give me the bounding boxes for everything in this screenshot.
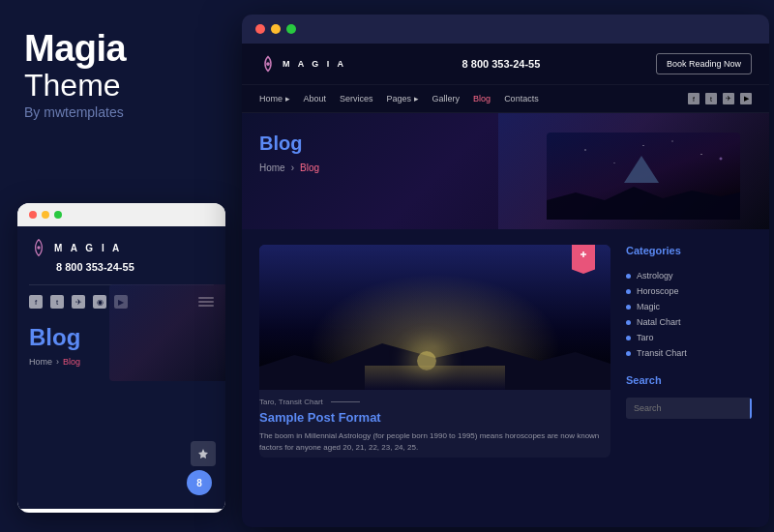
hero-breadcrumb-current: Blog <box>300 163 319 173</box>
category-label-natal: Natal Chart <box>637 317 681 327</box>
star-icon <box>197 448 209 459</box>
search-button[interactable]: Search <box>750 399 752 419</box>
post-bookmark[interactable] <box>572 245 595 274</box>
hero-breadcrumb-sep: › <box>291 163 294 173</box>
search-title: Search <box>626 374 752 390</box>
mobile-home-link[interactable]: Home <box>29 357 52 367</box>
category-taro[interactable]: Taro <box>626 330 752 345</box>
post-tag-line: Taro, Transit Chart <box>259 398 610 406</box>
category-bullet <box>626 305 631 310</box>
hero-content: Blog Home › Blog <box>242 113 769 192</box>
mobile-titlebar <box>17 203 225 226</box>
nav-social-icons: f t ✈ ▶ <box>688 93 752 104</box>
blog-area: Taro, Transit Chart Sample Post Format T… <box>259 245 610 527</box>
sidebar: Categories Astrology Horoscope Magic Nat… <box>626 245 752 527</box>
site-header: M A G I A 8 800 353-24-55 Book Reading N… <box>242 44 769 85</box>
category-label-transit: Transit Chart <box>637 348 687 358</box>
nav-twitter-icon[interactable]: t <box>705 93 717 104</box>
nav-about[interactable]: About <box>304 94 327 103</box>
post-excerpt: The boom in Millennial Astrology (for pe… <box>259 430 610 454</box>
post-meta: Taro, Transit Chart Sample Post Format T… <box>259 390 610 458</box>
site-logo-icon <box>259 55 277 73</box>
browser-dot-yellow[interactable] <box>271 24 281 34</box>
category-label-astrology: Astrology <box>637 271 673 281</box>
theme-label: Theme <box>24 70 213 101</box>
dot-yellow[interactable] <box>42 211 49 219</box>
category-magic[interactable]: Magic <box>626 299 752 314</box>
instagram-icon[interactable]: ◉ <box>93 295 106 309</box>
nav-facebook-icon[interactable]: f <box>688 93 700 104</box>
post-tags: Taro, Transit Chart <box>259 398 323 406</box>
facebook-icon[interactable]: f <box>29 295 43 309</box>
nav-home[interactable]: Home ▸ <box>259 94 290 103</box>
mobile-badge[interactable]: 8 <box>187 470 212 495</box>
mobile-hero-bg <box>109 284 225 381</box>
nav-services[interactable]: Services <box>340 94 373 103</box>
left-panel: Magia Theme By mwtemplates M A G I A 8 8… <box>0 0 237 532</box>
hero-home-link[interactable]: Home <box>259 163 285 173</box>
category-bullet <box>626 320 631 325</box>
post-image <box>259 245 610 390</box>
search-section: Search Search <box>626 374 752 419</box>
mobile-breadcrumb-current: Blog <box>63 357 80 367</box>
browser-dot-green[interactable] <box>286 24 296 34</box>
category-astrology[interactable]: Astrology <box>626 268 752 283</box>
post-divider <box>331 401 360 402</box>
category-label-magic: Magic <box>637 302 660 311</box>
post-card: Taro, Transit Chart Sample Post Format T… <box>259 245 610 458</box>
dot-red[interactable] <box>29 211 37 219</box>
svg-marker-1 <box>198 449 208 458</box>
book-reading-button[interactable]: Book Reading Now <box>656 53 752 74</box>
category-natal-chart[interactable]: Natal Chart <box>626 314 752 330</box>
main-content: Taro, Transit Chart Sample Post Format T… <box>242 229 769 527</box>
bookmark-icon <box>579 250 588 259</box>
mobile-logo-text: M A G I A <box>54 243 122 253</box>
svg-point-2 <box>266 62 270 66</box>
dot-green[interactable] <box>54 211 62 219</box>
by-label: By mwtemplates <box>24 104 213 120</box>
mobile-action-icon[interactable] <box>191 441 216 466</box>
category-bullet <box>626 274 631 279</box>
category-bullet <box>626 289 631 294</box>
nav-telegram-icon[interactable]: ✈ <box>723 93 734 104</box>
post-title[interactable]: Sample Post Format <box>259 410 610 425</box>
telegram-icon[interactable]: ✈ <box>72 295 85 309</box>
category-bullet <box>626 351 631 356</box>
site-logo: M A G I A <box>259 55 346 73</box>
browser-dot-red[interactable] <box>255 24 265 34</box>
search-box: Search <box>626 398 752 419</box>
category-label-taro: Taro <box>637 333 654 342</box>
browser-titlebar <box>242 15 769 44</box>
category-label-horoscope: Horoscope <box>637 286 679 296</box>
hero-blog-title: Blog <box>259 133 752 155</box>
search-input[interactable] <box>626 398 750 419</box>
mobile-preview: M A G I A 8 800 353-24-55 f t ✈ ◉ ▶ Blog <box>17 203 225 513</box>
nav-pages[interactable]: Pages ▸ <box>387 94 419 103</box>
browser-window: M A G I A 8 800 353-24-55 Book Reading N… <box>242 15 769 527</box>
mobile-body: M A G I A 8 800 353-24-55 f t ✈ ◉ ▶ Blog <box>17 226 225 509</box>
hero-breadcrumb: Home › Blog <box>259 163 752 173</box>
site-phone: 8 800 353-24-55 <box>462 58 541 70</box>
mobile-logo-icon <box>29 238 48 257</box>
nav-links: Home ▸ About Services Pages ▸ Gallery Bl… <box>259 94 539 103</box>
hero-area: Blog Home › Blog <box>242 113 769 229</box>
post-water-reflection <box>365 366 505 390</box>
mobile-breadcrumb-sep: › <box>56 357 59 367</box>
mobile-logo-area: M A G I A <box>29 238 214 257</box>
category-horoscope[interactable]: Horoscope <box>626 283 752 299</box>
brand-title: Magia <box>24 29 213 70</box>
categories-section: Categories Astrology Horoscope Magic Nat… <box>626 245 752 361</box>
svg-point-0 <box>37 246 40 249</box>
categories-title: Categories <box>626 245 752 260</box>
site-nav: Home ▸ About Services Pages ▸ Gallery Bl… <box>242 85 769 113</box>
mobile-phone: 8 800 353-24-55 <box>56 261 214 273</box>
site-logo-text: M A G I A <box>283 59 346 69</box>
twitter-icon[interactable]: t <box>50 295 64 309</box>
nav-youtube-icon[interactable]: ▶ <box>740 93 752 104</box>
nav-gallery[interactable]: Gallery <box>432 94 461 103</box>
nav-contacts[interactable]: Contacts <box>504 94 539 103</box>
category-bullet <box>626 336 631 340</box>
nav-blog[interactable]: Blog <box>473 94 491 103</box>
category-transit-chart[interactable]: Transit Chart <box>626 345 752 361</box>
